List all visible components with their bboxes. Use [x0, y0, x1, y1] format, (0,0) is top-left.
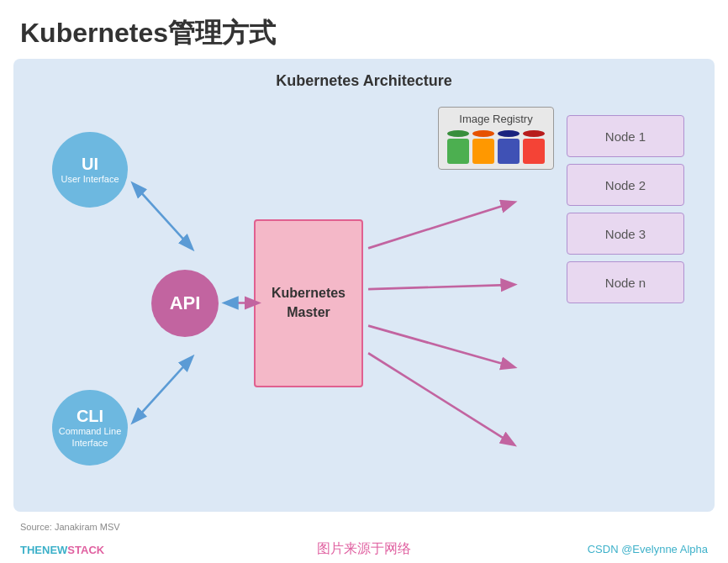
cyl-body-red [523, 139, 545, 164]
registry-label: Image Registry [447, 113, 545, 125]
cyl-body-green [447, 139, 469, 164]
svg-line-5 [368, 326, 514, 367]
page-title: Kubernetes管理方式 [20, 15, 708, 52]
node-3-box: Node 3 [567, 213, 684, 255]
cyl-top-blue [498, 130, 520, 137]
title-area: Kubernetes管理方式 [0, 0, 728, 59]
api-circle: API [151, 270, 219, 337]
footer-brand-area: THENEWSTACK [20, 542, 155, 557]
footer-area: THENEWSTACK 图片来源于网络 CSDN @Evelynne Alpha [0, 535, 728, 563]
node-1-label: Node 1 [605, 129, 646, 144]
svg-line-6 [368, 353, 514, 445]
cylinder-orange [472, 130, 494, 164]
svg-line-4 [368, 285, 514, 289]
page-wrapper: Kubernetes管理方式 Kubernetes Architecture I… [0, 0, 728, 563]
kubernetes-master-box: Kubernetes Master [254, 219, 363, 387]
cli-label: CLI [76, 407, 103, 426]
cylinder-red [523, 130, 545, 164]
cli-circle: CLI Command Line Interface [52, 390, 128, 466]
node-2-box: Node 2 [567, 164, 684, 206]
footer-caption: 图片来源于网络 [155, 540, 573, 558]
cyl-top-green [447, 130, 469, 137]
brand-main: THENEW [20, 544, 67, 556]
diagram-title: Kubernetes Architecture [27, 72, 701, 90]
node-3-label: Node 3 [605, 227, 646, 241]
master-label: Kubernetes Master [256, 284, 361, 322]
node-n-box: Node n [567, 261, 684, 303]
svg-line-0 [134, 184, 192, 248]
diagram-container: Kubernetes Architecture Image Registry [13, 59, 715, 512]
cyl-body-orange [472, 139, 494, 164]
cyl-body-blue [498, 139, 520, 164]
registry-icons [447, 130, 545, 164]
ui-circle: UI User Interface [52, 132, 128, 208]
title-black: 管理方式 [168, 18, 276, 48]
svg-line-3 [368, 203, 514, 248]
ui-label: UI [82, 155, 98, 174]
cli-sublabel: Command Line Interface [52, 426, 128, 448]
cyl-top-red [523, 130, 545, 137]
image-registry: Image Registry [438, 107, 554, 170]
node-1-box: Node 1 [567, 115, 684, 157]
cylinder-green [447, 130, 469, 164]
title-cyan: Kubernetes [20, 18, 168, 48]
source-text: Source: Janakiram MSV [0, 518, 728, 535]
cyl-top-orange [472, 130, 494, 137]
api-label: API [170, 292, 201, 314]
node-n-label: Node n [605, 276, 646, 290]
brand-accent: STACK [67, 544, 104, 556]
svg-line-1 [134, 358, 192, 422]
ui-sublabel: User Interface [61, 174, 119, 185]
node-2-label: Node 2 [605, 178, 646, 192]
cylinder-blue [498, 130, 520, 164]
attribution-text: CSDN @Evelynne Alpha [573, 543, 708, 555]
nodes-area: Node 1 Node 2 Node 3 Node n [567, 115, 684, 303]
diagram-body: Image Registry [27, 107, 701, 499]
